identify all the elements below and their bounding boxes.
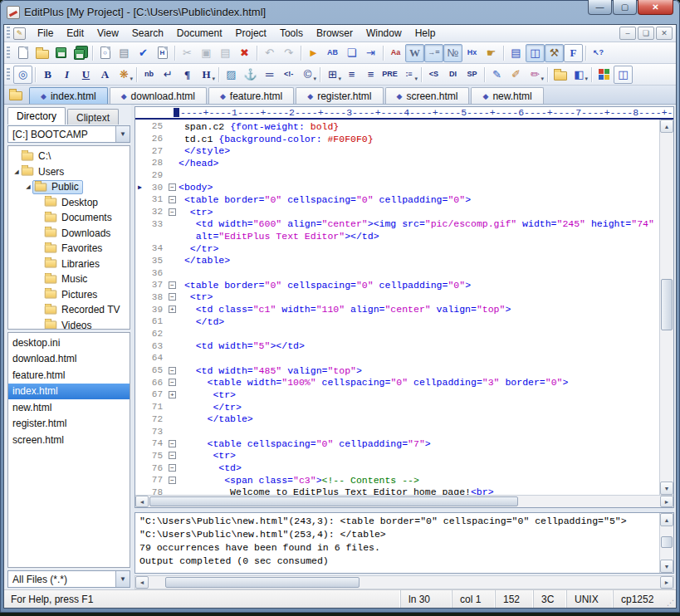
code-line-62[interactable]: 62 [135,328,659,340]
fold-collapse-icon[interactable]: − [169,196,176,203]
code-line-39[interactable]: 39+ <td class="c1" width="110" align="ce… [135,303,659,315]
file-item-screen.html[interactable]: screen.html [8,432,130,448]
fold-collapse-icon[interactable]: − [169,477,176,484]
fold-collapse-icon[interactable]: − [169,452,176,459]
context-help-icon[interactable]: ↖? [589,44,608,62]
code-line-76[interactable]: 76− <td> [135,462,659,474]
fold-collapse-icon[interactable]: − [169,367,176,374]
fold-collapse-icon[interactable]: − [169,464,176,472]
color-palette-dropdown-arrow-icon[interactable]: ▾ [130,76,133,82]
code-line-73[interactable]: 73 [135,425,659,438]
expanded-arrow-icon[interactable]: ◢ [24,183,32,190]
toolbar2-grip[interactable] [7,68,10,81]
menu-window[interactable]: Window [360,25,408,42]
code-line-77[interactable]: 77− <span class="c3"><!-- Contents --> [135,474,659,486]
menu-tools[interactable]: Tools [273,25,310,42]
anchor-icon[interactable]: ⚓ [241,66,260,84]
menu-help[interactable]: Help [408,25,443,42]
file-item-feature.html[interactable]: feature.html [8,367,130,384]
document-tab-download.html[interactable]: ◆download.html [110,87,207,104]
indent-guide-icon[interactable]: →= [424,44,443,62]
filter-dropdown-arrow-icon[interactable]: ▼ [115,571,130,587]
tree-item-c-[interactable]: C:\ [8,149,130,164]
tree-item-users[interactable]: ◢Users [8,164,130,180]
mdi-close-button[interactable]: ✕ [656,27,673,40]
line-numbers-icon[interactable]: № [443,44,462,62]
align-justify-icon[interactable]: ≡ [361,66,380,84]
code-line-64[interactable]: 64 [135,352,659,364]
window-layout-dropdown-arrow-icon[interactable]: ▾ [585,76,588,82]
fold-collapse-icon[interactable]: − [169,281,176,289]
hex-viewer-icon[interactable]: Hx [462,44,482,62]
fold-collapse-icon[interactable]: − [169,440,176,447]
code-line-61[interactable]: 61 </td> [135,315,659,328]
output-line[interactable]: "C:\Users\Public\new.html"(243,3): <tabl… [139,516,655,529]
new-folder-icon[interactable] [550,66,570,84]
code-editor[interactable]: 25 span.c2 {font-weight: bold}26 td.c1 {… [135,120,659,495]
scroll-up-icon[interactable]: ▲ [660,120,673,133]
file-item-register.html[interactable]: register.html [8,416,130,433]
editor-horizontal-scrollbar[interactable]: ◄ ► [135,495,673,507]
title-bar[interactable]: EditPlus [My Project] - [C:\Users\Public… [0,0,680,24]
mdi-minimize-button[interactable]: – [619,27,636,40]
menubar-grip[interactable] [7,27,10,40]
insert-table-dropdown-arrow-icon[interactable]: ▾ [338,76,341,82]
toolbar-list-icon[interactable]: ▤ [506,44,526,62]
mdi-restore-button[interactable]: ❏ [638,27,654,40]
text-case-icon[interactable]: Aa [386,44,405,62]
document-tab-new.html[interactable]: ◆new.html [471,87,543,104]
browser-preview-icon[interactable]: ◎ [13,66,32,84]
project-folder-icon[interactable] [9,91,22,100]
document-tab-screen.html[interactable]: ◆screen.html [385,87,470,104]
output-vertical-scrollbar[interactable]: ▲ ▼ [659,513,673,573]
editor-vertical-scrollbar[interactable]: ▲ ▼ [659,120,673,495]
code-line-30[interactable]: ▶30−<body> [135,181,659,193]
tree-item-recorded-tv[interactable]: Recorded TV [8,302,130,318]
print-preview-icon[interactable]: ○ [95,44,115,62]
code-line-27[interactable]: 27 </style> [135,144,659,157]
output-hscroll-thumb[interactable] [165,577,360,588]
code-line-71[interactable]: 71 </tr> [135,401,659,413]
save-all-icon[interactable] [71,44,90,62]
menu-file[interactable]: File [31,25,60,42]
heading-dropdown-arrow-icon[interactable]: ▾ [212,76,215,82]
menu-project[interactable]: Project [229,25,273,42]
fold-collapse-icon[interactable]: − [169,183,176,191]
resize-grip[interactable]: ⋰ [663,590,676,608]
directory-window-icon[interactable]: ◫ [526,44,545,62]
tab-directory[interactable]: Directory [7,107,66,125]
crayons-dropdown-arrow-icon[interactable]: ▾ [541,76,544,82]
insert-table-icon[interactable]: ⊞▾ [323,66,342,84]
word-wrap-icon[interactable]: W [405,44,424,62]
output-line[interactable]: "C:\Users\Public\new.html"(253,4): </tab… [139,529,655,542]
replace-icon[interactable]: AB [323,44,342,62]
fold-collapse-icon[interactable]: − [169,379,176,386]
output-vscroll-thumb[interactable] [661,536,673,548]
code-line-63[interactable]: 63 <td width="5"></td> [135,340,659,352]
code-line-38[interactable]: 38− <tr> [135,291,659,304]
code-line-wrap[interactable]: alt="EditPlus Text Editor"></td> [135,230,659,242]
file-item-index.html[interactable]: index.html [8,384,130,400]
find-icon[interactable]: ► [304,44,323,62]
drive-dropdown-arrow-icon[interactable]: ▼ [115,126,130,142]
editor-vscroll-thumb[interactable] [661,279,673,330]
tree-item-downloads[interactable]: Downloads [8,226,130,242]
maximize-button[interactable]: ▢ [613,0,637,15]
scroll-left-icon[interactable]: ◄ [135,496,149,507]
output-scroll-down-icon[interactable]: ▼ [660,560,673,573]
edit-pencil-icon[interactable]: ✎ [487,66,506,84]
code-line-72[interactable]: 72 </table> [135,413,659,426]
expanded-arrow-icon[interactable]: ◢ [12,169,21,175]
cliptext-popup-icon[interactable]: ☛ [482,44,501,62]
file-filter-selector[interactable]: All Files (*.*) ▼ [7,570,130,588]
code-line-74[interactable]: 74− <table cellspacing="0" cellpadding="… [135,438,659,450]
find-in-files-icon[interactable]: ❏ [342,44,361,62]
dir-tag-icon[interactable]: DI [443,66,462,84]
insert-image-icon[interactable]: ▨ [222,66,241,84]
scroll-right-icon[interactable]: ► [660,496,673,507]
tree-item-music[interactable]: Music [8,271,130,287]
split-window-icon[interactable]: ◫ [614,66,633,84]
bold-icon[interactable]: B [38,66,57,84]
tree-item-documents[interactable]: Documents [8,210,130,226]
spell-check-icon[interactable]: ✔ [134,44,153,62]
